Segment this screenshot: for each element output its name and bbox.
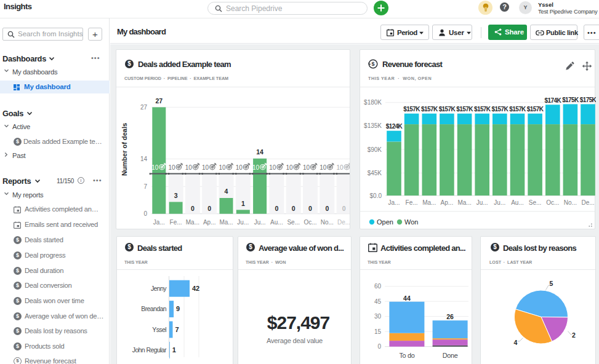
svg-text:14: 14 [256, 148, 263, 156]
svg-text:44: 44 [403, 295, 411, 302]
svg-text:Ju...: Ju... [254, 219, 266, 226]
svg-text:Done: Done [443, 352, 458, 359]
svg-text:0: 0 [377, 343, 381, 350]
svg-text:10: 10 [185, 164, 193, 171]
svg-text:0: 0 [191, 205, 195, 212]
svg-text:$157K: $157K [527, 106, 544, 113]
svg-text:10: 10 [303, 164, 310, 171]
svg-text:7: 7 [143, 183, 147, 190]
svg-text:26: 26 [446, 313, 454, 320]
svg-text:Jenny: Jenny [151, 285, 167, 292]
svg-text:To do: To do [399, 352, 414, 359]
svg-text:10: 10 [320, 164, 327, 171]
svg-text:Se...: Se... [287, 219, 300, 226]
svg-text:Ap...: Ap... [203, 219, 216, 226]
svg-text:Fe...: Fe... [170, 219, 182, 226]
svg-text:Ju...: Ju... [476, 199, 488, 206]
svg-text:$124K: $124K [386, 123, 403, 130]
svg-text:3: 3 [174, 192, 178, 199]
svg-text:1: 1 [241, 200, 245, 207]
svg-text:$157K: $157K [403, 106, 420, 113]
svg-text:Ma...: Ma... [457, 199, 471, 206]
svg-text:0: 0 [143, 210, 147, 217]
svg-text:10: 10 [286, 164, 294, 171]
svg-text:1: 1 [172, 346, 176, 354]
svg-text:60: 60 [374, 283, 382, 290]
svg-text:$157K: $157K [474, 106, 491, 113]
svg-text:45: 45 [374, 298, 382, 305]
svg-text:Au...: Au... [511, 199, 524, 206]
svg-text:De...: De... [337, 219, 350, 226]
svg-text:42: 42 [192, 285, 199, 292]
svg-text:Yssel: Yssel [152, 326, 166, 333]
svg-text:0: 0 [275, 205, 278, 212]
svg-text:0: 0 [292, 205, 295, 212]
svg-text:0: 0 [308, 205, 312, 212]
svg-text:10: 10 [269, 164, 276, 171]
svg-text:De...: De... [581, 199, 594, 206]
svg-text:10: 10 [151, 164, 159, 171]
svg-text:No...: No... [321, 219, 334, 226]
svg-text:14: 14 [140, 156, 148, 162]
svg-text:$0.0: $0.0 [370, 192, 382, 199]
svg-text:Au...: Au... [270, 219, 283, 226]
svg-text:$135K: $135K [364, 122, 382, 129]
svg-text:Ju...: Ju... [237, 219, 249, 226]
svg-text:$157K: $157K [509, 106, 526, 113]
svg-text:$157K: $157K [421, 106, 438, 113]
svg-text:10: 10 [219, 164, 226, 171]
svg-text:Breandan: Breandan [141, 305, 166, 312]
svg-text:John Regular: John Regular [132, 346, 167, 354]
svg-text:$157K: $157K [439, 106, 456, 113]
svg-text:0: 0 [325, 205, 329, 212]
svg-text:Ja...: Ja... [153, 219, 165, 226]
svg-text:$157K: $157K [456, 106, 473, 113]
svg-text:$175K: $175K [580, 97, 596, 103]
svg-text:Ap...: Ap... [441, 199, 454, 206]
svg-text:10: 10 [236, 164, 243, 171]
svg-text:9: 9 [176, 305, 180, 312]
svg-text:2: 2 [572, 331, 576, 339]
svg-text:Ma...: Ma... [422, 199, 436, 206]
svg-text:$180K: $180K [364, 99, 382, 106]
svg-text:Ja...: Ja... [388, 199, 400, 206]
svg-text:$90K: $90K [368, 146, 382, 153]
svg-text:4: 4 [513, 339, 517, 346]
svg-text:10: 10 [202, 164, 209, 171]
svg-text:Fe...: Fe... [406, 199, 418, 206]
svg-text:27: 27 [140, 104, 148, 111]
svg-text:Won: Won [404, 218, 418, 226]
svg-text:Se...: Se... [529, 199, 542, 206]
svg-text:10: 10 [252, 164, 260, 171]
svg-text:Ju...: Ju... [494, 199, 505, 206]
svg-text:10: 10 [168, 164, 175, 171]
svg-text:$157K: $157K [492, 106, 509, 113]
svg-text:30: 30 [374, 313, 382, 320]
svg-text:27: 27 [155, 97, 163, 105]
svg-text:Number of deals: Number of deals [121, 123, 128, 176]
svg-text:0: 0 [342, 205, 346, 212]
svg-text:$175K: $175K [562, 97, 579, 103]
svg-text:Ma...: Ma... [186, 219, 199, 226]
svg-text:4: 4 [225, 188, 228, 195]
svg-text:Oc...: Oc... [304, 219, 316, 226]
svg-text:Oc...: Oc... [546, 199, 559, 206]
svg-text:Ma...: Ma... [219, 219, 233, 226]
svg-text:5: 5 [549, 280, 553, 287]
svg-text:10: 10 [336, 164, 344, 171]
svg-text:No...: No... [564, 199, 577, 206]
svg-text:$45K: $45K [368, 170, 382, 176]
svg-text:7: 7 [175, 326, 179, 333]
svg-text:15: 15 [374, 328, 382, 335]
svg-text:$174K: $174K [545, 97, 562, 104]
svg-text:Open: Open [377, 218, 393, 226]
svg-text:0: 0 [207, 205, 211, 212]
